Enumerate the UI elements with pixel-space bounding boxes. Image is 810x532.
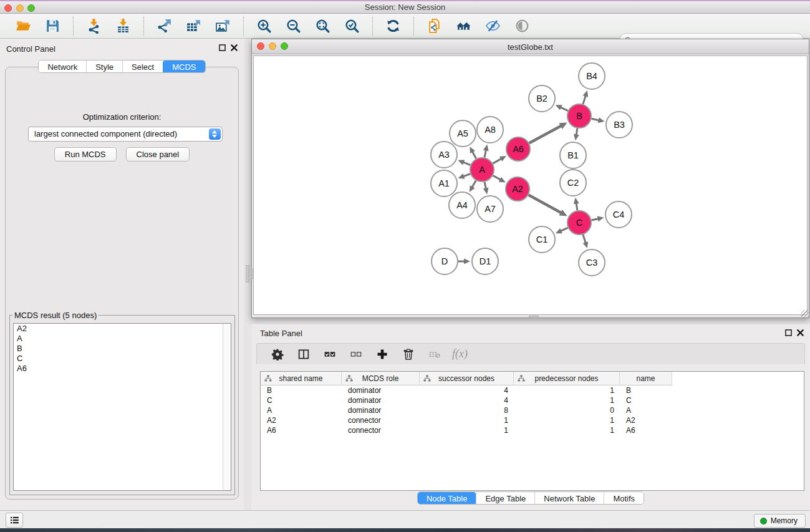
zoom-in-button[interactable] [253,17,275,35]
mcds-result-item[interactable]: A2 [14,324,231,334]
table-cell: 4 [420,385,514,395]
table-cell: 8 [420,405,514,415]
column-layout-button[interactable] [295,347,312,362]
network-window-titlebar[interactable]: testGlobe.txt [252,39,809,54]
export-table-icon [186,18,201,34]
refresh-button[interactable] [382,17,404,35]
add-column-button[interactable] [374,347,391,362]
table-cell: dominator [342,395,420,405]
graph-edge-A-A4[interactable] [472,180,476,188]
network-graph[interactable]: B4B2BB3A5A8A6A3AB1A1A2C2A4A7C4CC1DD1C3 [254,56,808,316]
graph-node-label-B: B [576,111,582,121]
run-mcds-button[interactable]: Run MCDS [54,147,117,162]
graph-edge-C-C3[interactable] [583,235,586,243]
column-header-label: shared name [279,374,322,383]
table-cell: A6 [261,425,342,435]
memory-button[interactable]: Memory [754,514,806,528]
node-table[interactable]: shared nameMCDS rolesuccessor nodesprede… [260,371,804,491]
table-panel: Table Panel f(x) shared nameMCDS rolesuc… [251,324,810,510]
graph-node-label-C2: C2 [567,178,579,188]
tab-network-table[interactable]: Network Table [534,492,604,505]
graph-edge-B-B3[interactable] [592,118,600,120]
split-divider-handle[interactable] [246,265,249,283]
column-header-shared-name[interactable]: shared name [261,372,342,385]
tab-select[interactable]: Select [122,60,163,73]
float-panel-button[interactable] [218,44,226,52]
graph-edge-A-A2[interactable] [493,176,501,180]
select-checked-button[interactable] [321,347,339,362]
zoom-check-button[interactable] [341,17,363,35]
table-close-button[interactable] [796,329,804,337]
open-folder-button[interactable] [12,17,34,35]
network-canvas[interactable]: B4B2BB3A5A8A6A3AB1A1A2C2A4A7C4CC1DD1C3 [253,56,808,315]
graph-edge-A6-B[interactable] [529,125,562,143]
delete-table-button[interactable] [426,347,443,362]
graph-node-label-A4: A4 [456,200,468,210]
graph-node-label-A1: A1 [438,178,450,188]
apply-function-button[interactable]: f(x) [452,347,468,360]
mcds-result-item[interactable]: A [14,334,231,344]
tab-edge-table[interactable]: Edge Table [476,492,534,505]
table-row[interactable]: Bdominator41B [261,385,804,395]
graph-edge-B-B2[interactable] [560,107,568,111]
sort-tree-icon [423,375,431,382]
export-network-button[interactable] [153,17,175,35]
tab-network[interactable]: Network [39,60,86,73]
select-unchecked-button[interactable] [347,347,365,362]
tab-motifs[interactable]: Motifs [604,492,644,505]
table-float-button[interactable] [784,329,793,337]
criterion-dropdown-value: largest connected component (directed) [34,129,177,138]
table-row[interactable]: A6connector11A6 [261,425,804,435]
graph-edge-B-B4[interactable] [583,95,586,104]
criterion-dropdown[interactable]: largest connected component (directed) [28,127,223,142]
clone-document-button[interactable] [423,17,445,35]
mcds-list-scrollbar[interactable] [223,324,231,490]
sort-tree-icon [345,375,353,382]
zoom-out-button[interactable] [282,17,304,35]
close-panel-button[interactable] [230,44,238,52]
column-header-successor-nodes[interactable]: successor nodes [420,372,514,385]
tab-mcds[interactable]: MCDS [163,60,205,73]
column-header-name[interactable]: name [620,372,672,385]
delete-column-button[interactable] [400,347,417,362]
close-panel-action-button[interactable]: Close panel [126,147,190,162]
houses-button[interactable] [453,17,475,35]
table-row[interactable]: Cdominator41C [261,395,804,405]
table-body: Bdominator41BCdominator41CAdominator80AA… [261,385,804,435]
mcds-result-item[interactable]: C [14,354,231,364]
task-history-button[interactable] [6,513,23,528]
graph-edge-A2-C[interactable] [529,195,562,213]
import-network-button[interactable] [83,17,105,35]
tab-style[interactable]: Style [86,60,122,73]
graph-edge-arrow-A-A1 [458,173,465,178]
tab-node-table[interactable]: Node Table [418,492,476,505]
column-header-predecessor-nodes[interactable]: predecessor nodes [514,372,620,385]
graph-edge-A-A5[interactable] [472,151,476,158]
export-image-button[interactable] [212,17,234,35]
save-button[interactable] [42,17,64,35]
graph-edge-A-A3[interactable] [463,162,471,165]
table-row[interactable]: A2connector11A2 [261,415,804,425]
column-header-MCDS-role[interactable]: MCDS role [342,372,420,385]
eye-contrast-button[interactable] [511,17,533,35]
mcds-result-item[interactable]: B [14,344,231,354]
network-resize-handle[interactable] [801,310,809,317]
column-header-label: name [636,374,655,383]
eye-slash-button[interactable] [482,17,504,35]
graph-edge-A-A6[interactable] [493,158,502,163]
export-table-button[interactable] [183,17,205,35]
graph-node-label-C3: C3 [586,258,598,268]
import-table-button[interactable] [112,17,134,35]
table-cell: B [261,385,342,395]
graph-node-label-B1: B1 [567,150,579,160]
mcds-tab-content: Optimization criterion: largest connecte… [5,67,239,500]
gear-button[interactable] [269,347,286,362]
mcds-result-list[interactable]: A2ABCA6 [13,323,231,491]
graph-node-label-B3: B3 [614,120,625,130]
mcds-result-item[interactable]: A6 [14,364,231,374]
graph-edge-arrow-A-A7 [483,188,489,195]
table-row[interactable]: Adominator80A [261,405,804,415]
graph-edge-C-C1[interactable] [560,228,568,231]
zoom-fit-button[interactable] [312,17,334,35]
desktop-edge [0,528,810,532]
